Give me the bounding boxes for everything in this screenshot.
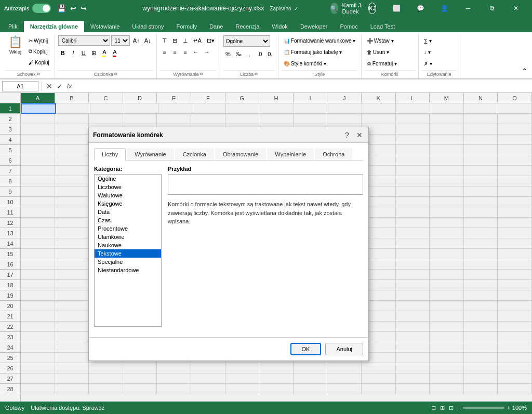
grid-cell[interactable] xyxy=(396,363,430,373)
grid-cell[interactable] xyxy=(464,353,498,363)
grid-cell[interactable] xyxy=(396,186,430,197)
col-header-c[interactable]: C xyxy=(89,93,123,103)
increase-decimal-button[interactable]: .0 xyxy=(255,49,264,59)
grid-cell[interactable] xyxy=(430,238,464,249)
grid-cell[interactable] xyxy=(157,114,191,124)
grid-cell[interactable] xyxy=(225,114,260,124)
grid-cell[interactable] xyxy=(396,176,430,186)
border-button[interactable]: ⊞ xyxy=(89,48,99,58)
grid-cell[interactable] xyxy=(430,270,464,280)
grid-cell[interactable] xyxy=(396,249,430,259)
grid-cell[interactable] xyxy=(157,373,191,384)
grid-cell[interactable] xyxy=(55,135,89,145)
comma-button[interactable]: , xyxy=(245,49,254,59)
tab-formuly[interactable]: Formuły xyxy=(170,21,203,32)
grid-cell[interactable] xyxy=(464,311,498,322)
grid-cell[interactable] xyxy=(55,218,89,228)
grid-cell[interactable] xyxy=(396,322,430,332)
row-num-15[interactable]: 15 xyxy=(0,249,20,259)
percent-button[interactable]: ‰ xyxy=(234,49,244,59)
tab-narzedzia-glowne[interactable]: Narzędzia główne xyxy=(24,21,84,32)
grid-cell[interactable] xyxy=(90,103,124,114)
grid-cell[interactable] xyxy=(396,218,430,228)
grid-cell[interactable] xyxy=(430,301,464,311)
tab-recenzja[interactable]: Recenzja xyxy=(229,21,265,32)
share-button[interactable]: 👤 xyxy=(432,0,456,17)
grid-cell[interactable] xyxy=(396,124,430,135)
grid-cell[interactable] xyxy=(225,363,260,373)
row-num-23[interactable]: 23 xyxy=(0,332,20,342)
grid-cell[interactable] xyxy=(430,207,464,218)
grid-cell[interactable] xyxy=(498,135,532,145)
zoom-slider[interactable] xyxy=(463,407,504,409)
format-button[interactable]: ⚙ Formatuj ▾ xyxy=(365,58,399,69)
col-header-o[interactable]: O xyxy=(498,93,532,103)
grid-cell[interactable] xyxy=(21,311,55,322)
grid-cell[interactable] xyxy=(430,311,464,322)
grid-cell[interactable] xyxy=(226,103,260,114)
row-num-26[interactable]: 26 xyxy=(0,363,20,373)
grid-cell[interactable] xyxy=(294,114,328,124)
grid-cell[interactable] xyxy=(191,384,225,394)
category-niestandardowe[interactable]: Niestandardowe xyxy=(95,266,161,274)
align-left-button[interactable]: ≡ xyxy=(160,47,169,57)
grid-cell[interactable] xyxy=(498,311,532,322)
row-num-27[interactable]: 27 xyxy=(0,373,20,384)
tab-uklad-strony[interactable]: Układ strony xyxy=(126,21,170,32)
grid-cell[interactable] xyxy=(89,373,123,384)
cancel-button[interactable]: Anuluj xyxy=(325,343,363,355)
row-num-11[interactable]: 11 xyxy=(0,207,20,218)
grid-cell[interactable] xyxy=(191,114,225,124)
grid-cell[interactable] xyxy=(55,249,89,259)
grid-cell[interactable] xyxy=(21,322,55,332)
grid-cell[interactable] xyxy=(55,145,89,155)
grid-cell[interactable] xyxy=(430,135,464,145)
grid-cell[interactable] xyxy=(430,259,464,270)
grid-cell[interactable] xyxy=(21,166,55,176)
grid-cell[interactable] xyxy=(464,332,498,342)
grid-cell[interactable] xyxy=(260,103,294,114)
grid-cell[interactable] xyxy=(124,103,158,114)
ribbon-toggle-button[interactable]: ⬜ xyxy=(384,0,408,17)
grid-cell[interactable] xyxy=(327,384,362,394)
grid-cell[interactable] xyxy=(259,114,294,124)
grid-cell[interactable] xyxy=(430,228,464,238)
dialog-tab-ochrona[interactable]: Ochrona xyxy=(315,148,352,160)
grid-cell[interactable] xyxy=(430,124,464,135)
grid-cell[interactable] xyxy=(430,280,464,290)
grid-cell[interactable] xyxy=(327,363,362,373)
row-num-9[interactable]: 9 xyxy=(0,186,20,197)
grid-cell[interactable] xyxy=(430,176,464,186)
dialog-tab-czcionka[interactable]: Czcionka xyxy=(175,148,214,160)
row-num-18[interactable]: 18 xyxy=(0,280,20,290)
grid-cell[interactable] xyxy=(396,301,430,311)
grid-cell[interactable] xyxy=(498,176,532,186)
tab-widok[interactable]: Widok xyxy=(265,21,294,32)
grid-cell[interactable] xyxy=(55,290,89,301)
grid-cell[interactable] xyxy=(294,363,328,373)
dialog-tab-wypelnienie[interactable]: Wypełnienie xyxy=(267,148,314,160)
grid-cell[interactable] xyxy=(55,332,89,342)
grid-cell[interactable] xyxy=(498,218,532,228)
italic-button[interactable]: I xyxy=(69,48,78,58)
decrease-decimal-button[interactable]: 0. xyxy=(265,49,275,59)
grid-cell[interactable] xyxy=(498,353,532,363)
row-num-6[interactable]: 6 xyxy=(0,155,20,166)
grid-cell[interactable] xyxy=(498,114,532,124)
grid-cell[interactable] xyxy=(396,259,430,270)
row-num-2[interactable]: 2 xyxy=(0,114,20,124)
row-num-5[interactable]: 5 xyxy=(0,145,20,155)
category-walutowe[interactable]: Walutowe xyxy=(95,191,161,199)
grid-cell[interactable] xyxy=(158,103,192,114)
grid-cell[interactable] xyxy=(464,218,498,228)
row-num-7[interactable]: 7 xyxy=(0,166,20,176)
grid-cell[interactable] xyxy=(464,155,498,166)
grid-cell[interactable] xyxy=(464,197,498,207)
grid-cell[interactable] xyxy=(123,114,157,124)
grid-cell[interactable] xyxy=(21,290,55,301)
grid-cell[interactable] xyxy=(259,384,294,394)
ok-button[interactable]: OK xyxy=(290,343,322,355)
grid-cell[interactable] xyxy=(21,384,55,394)
cancel-entry-icon[interactable]: ✕ xyxy=(45,82,54,90)
delete-button[interactable]: 🗑 Usuń ▾ xyxy=(365,47,391,57)
